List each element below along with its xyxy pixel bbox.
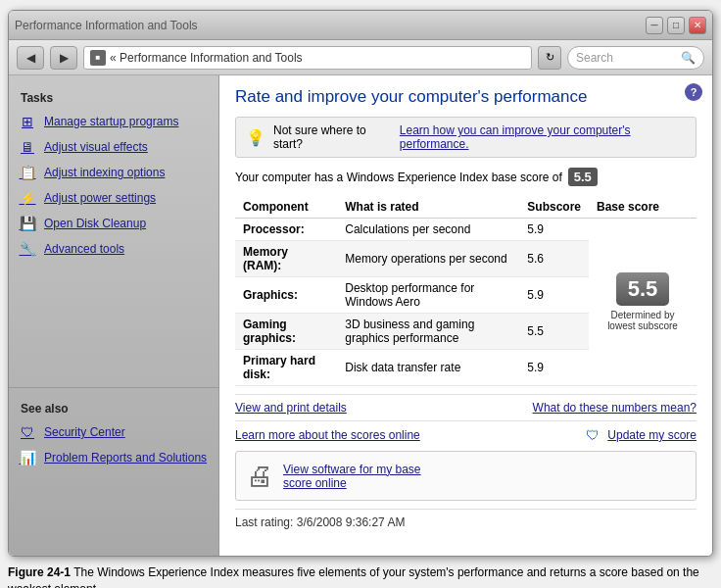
sidebar-item-startup[interactable]: ⊞ Manage startup programs (9, 109, 218, 134)
links-row: View and print details What do these num… (235, 394, 697, 421)
col-base-score: Base score (589, 196, 697, 219)
power-icon: ⚡ (19, 189, 36, 207)
what-processor: Calculations per second (337, 219, 519, 241)
startup-icon: ⊞ (19, 113, 36, 130)
address-icon: ■ (90, 50, 106, 66)
info-link[interactable]: Learn how you can improve your computer'… (400, 123, 686, 151)
component-gaming: Gaming graphics: (235, 314, 337, 350)
what-gaming: 3D business and gaming graphics performa… (337, 314, 519, 350)
caption-text: The Windows Experience Index measures fi… (8, 565, 699, 588)
sidebar-item-reports[interactable]: 📊 Problem Reports and Solutions (9, 445, 218, 470)
base-score-badge: 5.5 (568, 168, 598, 186)
what-memory: Memory operations per second (337, 241, 519, 277)
subscore-memory: 5.6 (519, 241, 589, 277)
search-box[interactable]: Search 🔍 (567, 46, 704, 70)
main-content: Tasks ⊞ Manage startup programs 🖥 Adjust… (9, 75, 712, 556)
bulb-icon: 💡 (246, 128, 265, 147)
col-subscore: Subscore (519, 196, 589, 219)
visual-icon: 🖥 (19, 138, 36, 156)
help-button[interactable]: ? (685, 83, 702, 101)
advanced-icon: 🔧 (19, 240, 36, 258)
sidebar-item-label-cleanup: Open Disk Cleanup (44, 217, 146, 230)
score-line-prefix: Your computer has a Windows Experience I… (235, 171, 562, 184)
security-icon: 🛡 (19, 423, 36, 441)
software-icon: 🖨 (246, 460, 273, 492)
title-bar: Performance Information and Tools ─ □ ✕ (9, 11, 712, 40)
tasks-section-title: Tasks (9, 85, 218, 109)
subscore-disk: 5.9 (519, 350, 589, 386)
col-what-rated: What is rated (337, 196, 519, 219)
minimize-button[interactable]: ─ (646, 17, 663, 34)
subscore-processor: 5.9 (519, 219, 589, 241)
forward-button[interactable]: ▶ (50, 46, 77, 70)
subscore-gaming: 5.5 (519, 314, 589, 350)
what-disk: Disk data transfer rate (337, 350, 519, 386)
sidebar-item-label-visual: Adjust visual effects (44, 140, 148, 154)
sidebar-item-label-reports: Problem Reports and Solutions (44, 451, 207, 465)
content-panel: ? Rate and improve your computer's perfo… (219, 75, 712, 556)
search-placeholder: Search (576, 51, 613, 65)
restore-button[interactable]: □ (667, 17, 685, 34)
col-component: Component (235, 196, 337, 219)
update-row: Learn more about the scores online 🛡 Upd… (235, 427, 697, 443)
back-button[interactable]: ◀ (17, 46, 44, 70)
determined-label: Determined by lowest subscore (597, 310, 689, 331)
score-line: Your computer has a Windows Experience I… (235, 168, 697, 186)
component-graphics: Graphics: (235, 277, 337, 314)
figure-caption: Figure 24-1 The Windows Experience Index… (8, 564, 713, 588)
info-box: 💡 Not sure where to start? Learn how you… (235, 117, 697, 158)
table-row: Processor: Calculations per second 5.9 5… (235, 219, 697, 241)
sidebar-item-cleanup[interactable]: 💾 Open Disk Cleanup (9, 211, 218, 236)
sidebar: Tasks ⊞ Manage startup programs 🖥 Adjust… (9, 75, 219, 556)
component-memory: Memory (RAM): (235, 241, 337, 277)
shield-icon: 🛡 (586, 427, 601, 443)
caption-bold: Figure 24-1 (8, 565, 71, 579)
subscore-graphics: 5.9 (519, 277, 589, 314)
main-window: Performance Information and Tools ─ □ ✕ … (8, 10, 713, 557)
title-bar-controls: ─ □ ✕ (646, 17, 706, 34)
software-link[interactable]: View software for my base score online (283, 463, 421, 490)
learn-more-link[interactable]: Learn more about the scores online (235, 428, 420, 442)
software-box: 🖨 View software for my base score online (235, 451, 697, 501)
component-processor: Processor: (235, 219, 337, 241)
sidebar-item-label-advanced: Advanced tools (44, 242, 124, 256)
sidebar-item-security[interactable]: 🛡 Security Center (9, 419, 218, 445)
address-bar: ◀ ▶ ■ « Performance Information and Tool… (9, 40, 712, 75)
last-rating: Last rating: 3/6/2008 9:36:27 AM (235, 509, 697, 529)
sidebar-item-advanced[interactable]: 🔧 Advanced tools (9, 236, 218, 262)
sidebar-item-label-indexing: Adjust indexing options (44, 166, 165, 179)
address-input[interactable]: ■ « Performance Information and Tools (83, 46, 532, 70)
close-button[interactable]: ✕ (689, 17, 706, 34)
sidebar-item-label-power: Adjust power settings (44, 191, 156, 205)
indexing-icon: 📋 (19, 164, 36, 181)
big-score-badge: 5.5 (616, 272, 670, 306)
window-title: Performance Information and Tools (15, 19, 198, 32)
sidebar-item-indexing[interactable]: 📋 Adjust indexing options (9, 160, 218, 185)
component-disk: Primary hard disk: (235, 350, 337, 386)
sidebar-item-visual[interactable]: 🖥 Adjust visual effects (9, 134, 218, 160)
sidebar-divider (9, 387, 218, 388)
reports-icon: 📊 (19, 449, 36, 466)
sidebar-item-label-startup: Manage startup programs (44, 115, 178, 128)
refresh-button[interactable]: ↻ (538, 46, 561, 70)
what-mean-link[interactable]: What do these numbers mean? (533, 401, 697, 415)
sidebar-item-label-security: Security Center (44, 425, 125, 439)
cleanup-icon: 💾 (19, 215, 36, 232)
info-prefix: Not sure where to start? (273, 123, 392, 151)
update-score-link[interactable]: Update my score (607, 428, 697, 442)
sidebar-item-power[interactable]: ⚡ Adjust power settings (9, 185, 218, 211)
view-print-link[interactable]: View and print details (235, 401, 347, 415)
see-also-section-title: See also (9, 396, 218, 419)
performance-table: Component What is rated Subscore Base sc… (235, 196, 697, 386)
page-title: Rate and improve your computer's perform… (235, 87, 697, 107)
base-score-display-cell: 5.5 Determined by lowest subscore (589, 219, 697, 386)
search-icon: 🔍 (681, 51, 696, 65)
what-graphics: Desktop performance for Windows Aero (337, 277, 519, 314)
address-path: « Performance Information and Tools (110, 51, 303, 65)
